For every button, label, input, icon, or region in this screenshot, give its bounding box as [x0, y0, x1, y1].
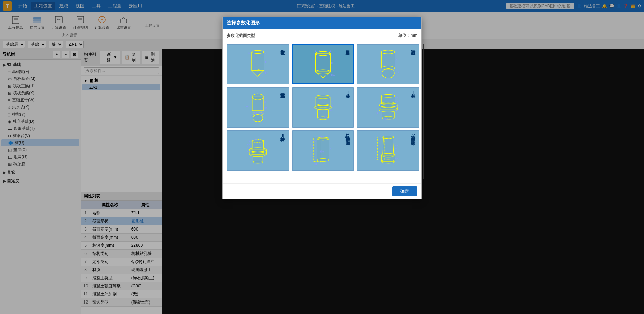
shape-spherical-crown-pile[interactable]: 球冠底桩 D	[357, 44, 419, 84]
svg-text:D: D	[322, 136, 324, 138]
well-pile-1-svg: H1 H2 H3 H4 D1 D2	[309, 92, 337, 123]
shape-rectangular-pile[interactable]: 矩形桩 A B	[227, 44, 289, 84]
well-pile-3-svg: D1	[244, 136, 271, 166]
svg-text:H3: H3	[247, 147, 250, 150]
svg-point-73	[379, 103, 397, 107]
svg-text:B: B	[376, 156, 378, 159]
modal-overlay: 选择参数化图形 参数化截面类型： 单位：mm 矩形桩	[0, 0, 644, 314]
svg-point-74	[379, 107, 397, 112]
svg-text:H1: H1	[247, 139, 250, 142]
svg-point-28	[315, 51, 330, 56]
svg-text:D: D	[388, 137, 390, 140]
shape-well-pile-2[interactable]: 井桩Ⅱ	[357, 87, 419, 128]
svg-text:H4: H4	[247, 150, 250, 153]
svg-text:H1: H1	[265, 72, 269, 75]
svg-text:H4: H4	[330, 109, 333, 112]
shape-bored-pile-2-label: 护壁桩2(锥面)	[410, 133, 416, 139]
long-oval-svg: b H H1 D球冠底	[244, 92, 271, 123]
shape-well-pile-1-label: 井桩Ⅰ	[345, 90, 351, 95]
svg-point-51	[253, 115, 263, 122]
svg-text:B: B	[312, 159, 313, 162]
spherical-crown-svg: D H H1	[375, 49, 402, 79]
svg-rect-98	[317, 139, 329, 160]
svg-text:H2: H2	[330, 101, 333, 104]
shape-bored-pile-1-label: 护壁桩1(直面)	[345, 133, 351, 139]
shape-long-oval-pile[interactable]: 长圆柱桩球冠底 b	[227, 87, 289, 128]
svg-point-88	[249, 148, 266, 152]
svg-text:H1: H1	[314, 162, 317, 165]
shape-well-pile-1[interactable]: 井桩Ⅰ	[292, 87, 354, 128]
svg-point-100	[317, 159, 329, 162]
svg-text:H: H	[395, 147, 396, 150]
svg-text:H: H	[331, 61, 333, 64]
shape-well-pile-3[interactable]: 井桩ⅡI D1	[227, 130, 289, 171]
unit-label: 单位：mm	[398, 33, 417, 39]
svg-point-60	[315, 105, 331, 110]
svg-point-91	[253, 161, 263, 163]
svg-text:D1: D1	[319, 136, 322, 138]
svg-marker-30	[315, 72, 330, 78]
svg-text:D: D	[386, 49, 388, 52]
svg-text:H3: H3	[395, 104, 398, 107]
svg-text:H: H	[395, 58, 397, 61]
svg-text:桩体: 桩体	[320, 150, 325, 153]
bored-pile-2-svg: D1 D A B H1 H2 H	[375, 136, 402, 166]
confirm-button[interactable]: 确定	[392, 186, 417, 196]
shape-well-pile-2-label: 井桩Ⅱ	[410, 90, 416, 95]
shapes-container: 矩形桩 A B	[227, 44, 419, 179]
bored-pile-1-svg: 土方 D1 D 桩体 B A H H1	[309, 136, 337, 166]
modal-footer: 确定	[223, 183, 421, 199]
svg-point-89	[249, 152, 266, 157]
svg-text:D球冠底: D球冠底	[254, 111, 265, 114]
svg-text:A: A	[376, 145, 378, 148]
svg-text:D2: D2	[324, 115, 327, 118]
circular-pile-svg: D H H1	[309, 49, 337, 79]
svg-rect-27	[315, 54, 330, 72]
shape-well-pile-3-label: 井桩ⅡI	[280, 133, 286, 140]
svg-text:H1: H1	[264, 107, 268, 110]
svg-text:L: L	[377, 111, 378, 114]
svg-text:A: A	[312, 145, 313, 148]
modal-header: 选择参数化图形	[223, 17, 421, 29]
well-pile-2-svg: H1 H2 H3 H4 L D1D2	[375, 92, 402, 123]
svg-text:H: H	[330, 147, 331, 150]
svg-text:A: A	[248, 51, 250, 54]
svg-rect-17	[252, 52, 264, 70]
svg-text:H1: H1	[395, 70, 399, 73]
svg-text:H1: H1	[330, 97, 333, 100]
svg-text:H4: H4	[395, 109, 398, 112]
modal-title: 选择参数化图形	[227, 20, 260, 25]
svg-text:D1: D1	[378, 138, 381, 141]
svg-rect-39	[381, 52, 395, 68]
svg-text:H2: H2	[395, 157, 398, 160]
svg-text:B: B	[265, 51, 266, 54]
svg-point-114	[381, 160, 395, 163]
svg-point-40	[381, 50, 395, 54]
section-type-label: 参数化截面类型：	[227, 33, 259, 39]
svg-text:H: H	[264, 101, 266, 104]
shape-bored-pile-2[interactable]: 护壁桩2(锥面)	[357, 130, 419, 171]
svg-point-86	[252, 140, 263, 142]
svg-text:土方: 土方	[312, 139, 317, 142]
modal-body: 参数化截面类型： 单位：mm 矩形桩	[223, 29, 421, 183]
svg-point-42	[382, 69, 394, 78]
modal-content: 矩形桩 A B	[227, 44, 417, 179]
svg-text:H1: H1	[395, 144, 398, 147]
preview-panel: 600 D	[423, 44, 424, 179]
svg-marker-110	[382, 137, 393, 155]
svg-text:H3: H3	[330, 104, 333, 107]
svg-point-49	[252, 94, 263, 100]
svg-text:H: H	[265, 61, 267, 64]
shape-circular-pile[interactable]: 圆形桩 D	[292, 44, 354, 84]
svg-text:H1: H1	[395, 96, 398, 99]
svg-text:H1: H1	[331, 73, 335, 76]
parametric-shape-modal: 选择参数化图形 参数化截面类型： 单位：mm 矩形桩	[222, 17, 422, 199]
svg-text:H2: H2	[247, 143, 250, 146]
svg-text:D1: D1	[318, 115, 321, 118]
shape-bored-pile-1[interactable]: 护壁桩1(直面) 土方 D1 D	[292, 130, 354, 171]
svg-text:b: b	[246, 105, 248, 108]
rectangular-pile-svg: A B H H1	[244, 49, 271, 79]
shapes-grid: 矩形桩 A B	[227, 44, 419, 171]
svg-point-19	[252, 51, 264, 54]
svg-text:H2: H2	[395, 100, 398, 103]
